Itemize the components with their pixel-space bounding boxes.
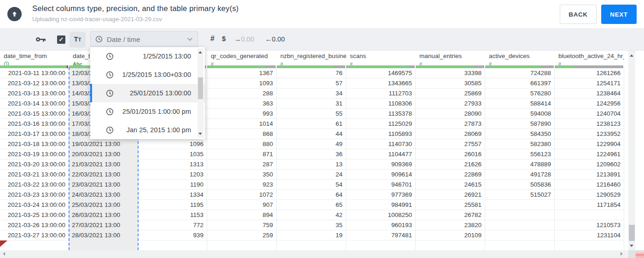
table-cell: 2021-03-20 13:00:00 [0,159,69,170]
column-header[interactable]: active_devices# [485,51,555,65]
column-header[interactable]: nzbn_registered_busine# [277,51,346,65]
dropdown-option-label: 25/01/2015 13:00:00 [114,89,191,97]
table-cell: 28069 [416,129,485,139]
table-cell: 61 [277,119,346,129]
dropdown-option[interactable]: 25/01/2015 1:00:00 pm [90,102,205,121]
table-cell: 28/03/2021 13:00 [69,230,138,240]
table-cell: 27557 [416,139,485,149]
column-type-indicator: # [489,61,555,65]
column-header[interactable]: date_time_from [0,51,69,65]
table-cell: 661397 [485,78,555,88]
table-cell: 923 [207,180,277,190]
table-cell: 36 [277,149,346,159]
table-cell: 594008 [485,109,555,119]
table-cell [416,240,485,251]
table-cell: 21626 [416,159,485,170]
table-cell: 1224961 [555,149,624,159]
primary-key-button[interactable] [36,36,46,45]
table-cell: 57 [277,78,346,88]
table-cell: 1233952 [555,129,624,139]
table-cell [555,210,624,220]
table-cell [485,240,555,251]
string-type-label: Abc [73,61,82,66]
dropdown-option-label: 1/25/2015 13:00+03:00 [114,71,191,78]
select-all-checkbox[interactable]: ✓ [57,35,65,44]
table-cell [485,210,555,220]
table-cell: 1261266 [555,68,624,78]
column-label: bluetooth_active_24_hr_ [558,53,624,59]
currency-type-button[interactable]: $ [222,35,226,42]
table-cell: 1195 [138,200,207,210]
dropdown-scroll-thumb[interactable] [198,77,203,99]
horizontal-scrollbar[interactable] [0,250,628,258]
table-cell: 34 [277,88,346,99]
table-cell: 24 [277,170,346,180]
table-cell: 582380 [485,139,555,149]
table-cell: 993 [207,109,277,119]
table-cell: 505836 [485,180,555,190]
dropdown-option[interactable]: Jan 25, 2015 1:00 pm [90,121,205,139]
table-cell: 23/03/2021 13:00 [69,180,138,190]
table-cell: 1035 [138,149,207,159]
dropdown-option[interactable]: 1/25/2015 13:00 [90,47,205,65]
dropdown-scroll-down-arrow[interactable] [198,133,202,135]
table-cell: 1367 [207,68,277,78]
type-select[interactable]: Date / time [90,31,198,47]
table-cell: 894 [207,210,277,220]
table-cell: 2021-03-21 13:00:00 [0,170,69,180]
column-header[interactable]: bluetooth_active_24_hr_# [555,51,624,65]
table-cell: 26782 [416,210,485,220]
table-cell: 27933 [416,99,485,109]
dropdown-scrollbar[interactable] [197,48,203,138]
table-cell: 946701 [346,180,416,190]
column-header[interactable]: manual_entries# [416,51,485,65]
scroll-up-arrow[interactable] [630,54,633,57]
increase-decimal-button[interactable]: ←0.00 [265,35,285,43]
table-cell: 1104477 [346,149,416,159]
text-type-button[interactable]: TT [70,32,86,47]
table-cell: 1238123 [555,119,624,129]
horizontal-scroll-thumb[interactable] [636,252,644,258]
table-cell: 871 [207,149,277,159]
page-subtitle: Uploading nz-covid-tracer-usage-2021-03-… [32,16,162,23]
column-header[interactable]: scans# [346,51,416,65]
table-cell: 25581 [416,200,485,210]
decrease-decimal-button[interactable]: →0.00 [234,35,254,43]
scroll-left-arrow[interactable] [3,252,5,256]
table-cell: 491728 [485,170,555,180]
number-type-label: # [280,61,283,66]
table-cell: 907 [207,200,277,210]
back-button[interactable]: BACK [560,5,597,24]
table-cell: 1171854 [555,200,624,210]
table-cell: 1153 [138,210,207,220]
table-cell: 960193 [346,220,416,230]
vertical-scrollbar[interactable] [628,51,635,250]
table-cell: 64 [277,190,346,200]
table-cell: 1290529 [555,190,624,200]
dropdown-option[interactable]: 1/25/2015 13:00+03:00 [90,65,205,84]
number-type-label: # [489,61,492,66]
table-cell: 20109 [416,230,485,240]
table-cell: 25869 [416,88,485,99]
table-cell: 49 [277,139,346,149]
column-header[interactable]: qr_codes_generated# [207,51,277,65]
table-cell: 2021-03-17 13:00:00 [0,129,69,139]
next-button[interactable]: NEXT [601,5,637,24]
dropdown-scroll-up-arrow[interactable] [198,51,202,53]
table-cell: 26921 [416,190,485,200]
integer-type-button[interactable]: # [210,35,215,43]
dropdown-option[interactable]: 25/01/2015 13:00:00 [90,84,205,102]
scroll-down-arrow[interactable] [630,245,633,247]
table-cell: 76 [277,68,346,78]
table-cell: 1229904 [555,139,624,149]
scroll-right-arrow[interactable] [621,252,623,256]
dropdown-option-label: 25/01/2015 1:00:00 pm [114,108,191,115]
number-type-label: # [558,61,561,66]
table-cell: 2021-03-26 13:00:00 [0,220,69,230]
table-cell: 288 [207,88,277,99]
table-cell: 2021-03-16 13:00:00 [0,119,69,129]
column-type-indicator: # [280,61,346,65]
vertical-scroll-thumb[interactable] [629,225,635,241]
table-cell: 2021-03-27 13:00:00 [0,230,69,240]
table-cell: 939 [138,230,207,240]
